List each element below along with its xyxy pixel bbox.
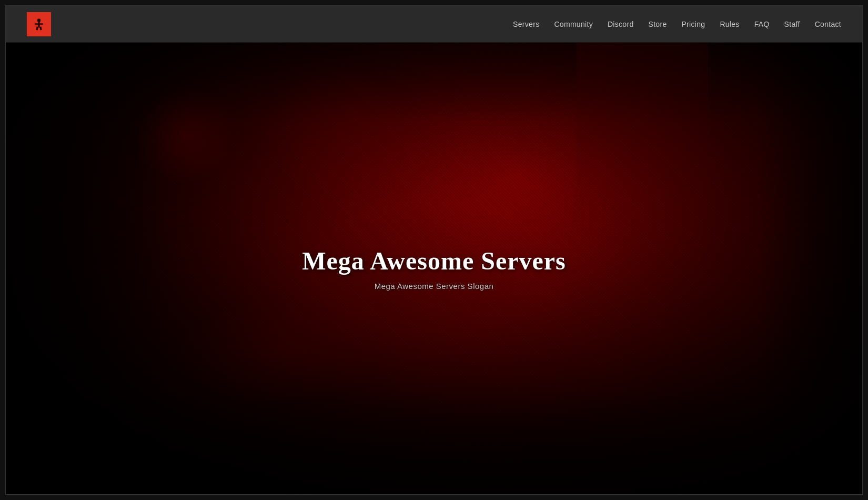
- nav-item-staff[interactable]: Staff: [784, 19, 800, 29]
- svg-rect-2: [35, 23, 43, 24]
- nav-item-pricing[interactable]: Pricing: [681, 19, 705, 29]
- nav-item-servers[interactable]: Servers: [513, 19, 539, 29]
- nav-item-faq[interactable]: FAQ: [754, 19, 770, 29]
- hero-section: Mega Awesome Servers Mega Awesome Server…: [6, 43, 862, 494]
- svg-point-3: [37, 18, 41, 22]
- inner-frame: Servers Community Discord Store Pricing …: [5, 5, 863, 495]
- nav-link-staff[interactable]: Staff: [784, 20, 800, 28]
- nav-link-rules[interactable]: Rules: [720, 20, 739, 28]
- nav-item-rules[interactable]: Rules: [720, 19, 739, 29]
- navbar: Servers Community Discord Store Pricing …: [6, 6, 862, 43]
- nav-link-community[interactable]: Community: [554, 20, 593, 28]
- nav-link-faq[interactable]: FAQ: [754, 20, 770, 28]
- nav-link-discord[interactable]: Discord: [608, 20, 634, 28]
- nav-menu: Servers Community Discord Store Pricing …: [513, 19, 841, 29]
- nav-item-contact[interactable]: Contact: [815, 19, 841, 29]
- site-logo[interactable]: [27, 12, 51, 36]
- hero-content: Mega Awesome Servers Mega Awesome Server…: [302, 246, 566, 291]
- nav-link-contact[interactable]: Contact: [815, 20, 841, 28]
- nav-item-community[interactable]: Community: [554, 19, 593, 29]
- nav-link-store[interactable]: Store: [649, 20, 667, 28]
- hero-title: Mega Awesome Servers: [302, 246, 566, 275]
- nav-link-pricing[interactable]: Pricing: [681, 20, 705, 28]
- page-frame: Servers Community Discord Store Pricing …: [0, 0, 868, 500]
- nav-link-servers[interactable]: Servers: [513, 20, 539, 28]
- nav-item-discord[interactable]: Discord: [608, 19, 634, 29]
- svg-rect-1: [38, 22, 39, 27]
- hero-slogan: Mega Awesome Servers Slogan: [302, 282, 566, 291]
- logo-icon: [31, 16, 47, 33]
- nav-item-store[interactable]: Store: [649, 19, 667, 29]
